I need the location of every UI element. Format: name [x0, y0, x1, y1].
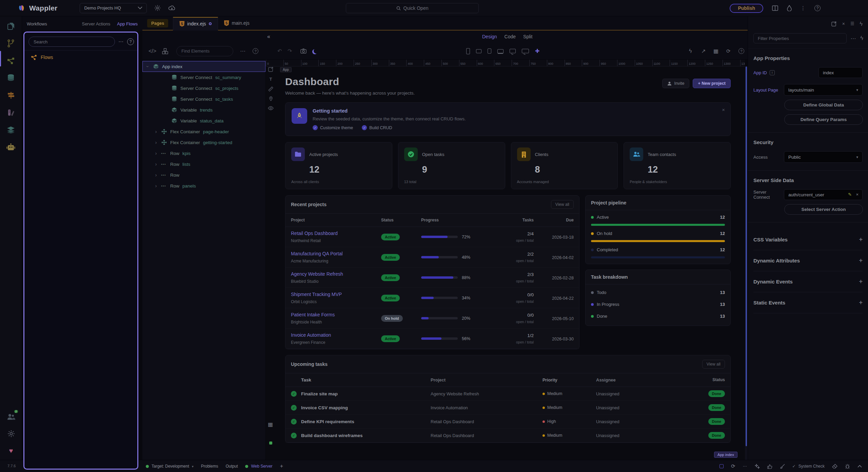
tree-item[interactable]: ••• Flex Container page-header — [142, 126, 265, 137]
panel-list-icon[interactable]: ☰ — [850, 21, 854, 31]
toolbar-help-icon[interactable]: ? — [738, 48, 744, 54]
community-icon[interactable]: 2 — [5, 411, 17, 422]
tree-item[interactable]: ••• App index — [142, 61, 265, 72]
theme-drop-icon[interactable] — [787, 5, 792, 11]
flows-help-button[interactable]: ? — [127, 38, 134, 45]
responsive-resize-icon[interactable]: ✚ — [535, 48, 539, 54]
eye-tool-icon[interactable] — [268, 106, 274, 110]
access-select[interactable]: Public ▾ — [784, 151, 863, 163]
undo-icon[interactable]: ↶ — [277, 48, 282, 54]
tree-item[interactable]: ••• Variable trends — [142, 104, 265, 115]
filter-more-icon[interactable]: ⋯ — [851, 35, 856, 42]
status-more-icon[interactable]: ⋯ — [743, 464, 747, 469]
tab-app-flows[interactable]: App Flows — [117, 21, 138, 26]
preferences-gear-icon[interactable] — [5, 428, 17, 439]
database-icon[interactable] — [5, 72, 17, 84]
publish-button[interactable]: Publish — [730, 4, 763, 13]
eraser-icon[interactable] — [832, 464, 837, 469]
grid-view-icon[interactable]: ▦ — [713, 48, 718, 54]
project-link[interactable]: Patient Intake Forms — [291, 312, 381, 317]
project-link[interactable]: Shipment Tracking MVP — [291, 292, 381, 297]
task-check-icon[interactable]: ✓ — [291, 405, 297, 411]
phone-small-icon[interactable] — [488, 48, 491, 54]
mode-design[interactable]: Design — [482, 34, 497, 39]
tree-item[interactable]: ••• Variable status_data — [142, 115, 265, 126]
split-layout-icon[interactable] — [772, 5, 778, 11]
filter-power-icon[interactable]: ϟ — [861, 35, 863, 41]
tree-item[interactable]: ••• Server Connect sc_summary — [142, 72, 265, 83]
cleanup-brush-icon[interactable] — [780, 464, 785, 469]
new-project-button[interactable]: + New project — [693, 79, 731, 88]
banner-close-icon[interactable]: × — [722, 107, 725, 113]
project-link[interactable]: Agency Website Refresh — [291, 271, 381, 277]
workflows-icon[interactable] — [5, 55, 17, 66]
view-all-button[interactable]: View all — [551, 200, 574, 209]
chevron-icon[interactable] — [154, 161, 158, 167]
layout-page-select[interactable]: layouts/main ▾ — [784, 84, 863, 96]
system-check-button[interactable]: ✓ System Check — [792, 464, 825, 469]
ai-robot-icon[interactable] — [5, 141, 17, 153]
sparkles-icon[interactable] — [755, 464, 760, 469]
web-server-button[interactable]: Web Server — [245, 464, 272, 469]
pin-tool-icon[interactable] — [269, 96, 273, 101]
large-monitor-icon[interactable] — [522, 49, 529, 53]
select-server-action-button[interactable]: Select Server Action — [784, 204, 863, 215]
panel-power-icon[interactable]: ϟ — [860, 21, 863, 31]
edit-element-icon[interactable] — [268, 66, 274, 72]
add-icon[interactable]: + — [859, 278, 863, 285]
remove-icon[interactable]: × — [856, 192, 859, 197]
cloud-sync-icon[interactable] — [168, 5, 176, 11]
tree-item[interactable]: ••• Row kpis — [142, 148, 265, 159]
filter-properties-input[interactable] — [753, 33, 847, 43]
thumbs-up-icon[interactable] — [767, 464, 772, 469]
power-icon[interactable]: ϟ — [689, 48, 692, 54]
monitor-icon[interactable] — [510, 49, 516, 53]
redo-icon[interactable]: ↷ — [288, 48, 292, 54]
pages-icon[interactable] — [5, 20, 17, 32]
chevron-icon[interactable] — [154, 183, 158, 189]
chevron-icon[interactable] — [154, 151, 158, 156]
tree-item[interactable]: ••• Server Connect sc_projects — [142, 83, 265, 94]
edit-code-icon[interactable] — [831, 21, 837, 31]
problems-button[interactable]: Problems — [201, 464, 218, 469]
mode-code[interactable]: Code — [505, 34, 516, 39]
project-link[interactable]: Retail Ops Dashboard — [291, 231, 381, 236]
target-selector[interactable]: Target: Development ▾ — [146, 464, 194, 469]
chevron-icon[interactable] — [154, 172, 158, 178]
output-button[interactable]: Output — [225, 464, 238, 469]
tablet-icon[interactable] — [476, 49, 481, 53]
chevron-icon[interactable] — [154, 140, 158, 145]
define-global-data-button[interactable]: Define Global Data — [784, 100, 863, 110]
tree-item[interactable]: ••• Server Connect sc_tasks — [142, 94, 265, 104]
tab-main-ejs[interactable]: 5 main.ejs — [218, 16, 256, 30]
tree-item[interactable]: ••• Row — [142, 170, 265, 180]
edit-pencil-icon[interactable]: ✎ — [848, 192, 852, 197]
chevron-icon[interactable] — [154, 129, 158, 134]
git-icon[interactable] — [5, 38, 17, 49]
settings-gear-icon[interactable] — [154, 5, 161, 11]
laptop-icon[interactable] — [497, 49, 504, 53]
text-tool-icon[interactable]: T — [270, 77, 272, 82]
styles-icon[interactable] — [5, 107, 17, 118]
app-id-input[interactable] — [818, 67, 863, 78]
grid-toggle-icon[interactable]: ▦ — [268, 421, 273, 428]
collapse-up-icon[interactable] — [857, 465, 862, 468]
debug-bug-icon[interactable] — [845, 464, 850, 469]
tree-item[interactable]: ••• Row panels — [142, 180, 265, 191]
sponsor-heart-icon[interactable]: ♥ — [5, 445, 17, 456]
tree-item[interactable]: ••• Flex Container getting-started — [142, 137, 265, 148]
stop-icon[interactable] — [719, 464, 724, 468]
project-selector[interactable]: Demo Projects HQ — [80, 3, 147, 13]
components-icon[interactable] — [162, 48, 168, 54]
dark-mode-moon-icon[interactable] — [314, 48, 319, 54]
quick-open-search[interactable]: Quick Open — [346, 3, 479, 13]
find-elements-input[interactable] — [176, 46, 233, 56]
task-check-icon[interactable]: ✓ — [291, 391, 297, 397]
mode-split[interactable]: Split — [523, 34, 532, 39]
tab-server-actions[interactable]: Server Actions — [82, 21, 110, 26]
elements-more-icon[interactable]: ⋯ — [240, 48, 246, 54]
routes-icon[interactable] — [5, 90, 17, 101]
add-icon[interactable]: + — [859, 299, 863, 306]
flows-search-input[interactable] — [28, 37, 115, 47]
collapse-panel-icon[interactable]: « — [267, 34, 270, 40]
